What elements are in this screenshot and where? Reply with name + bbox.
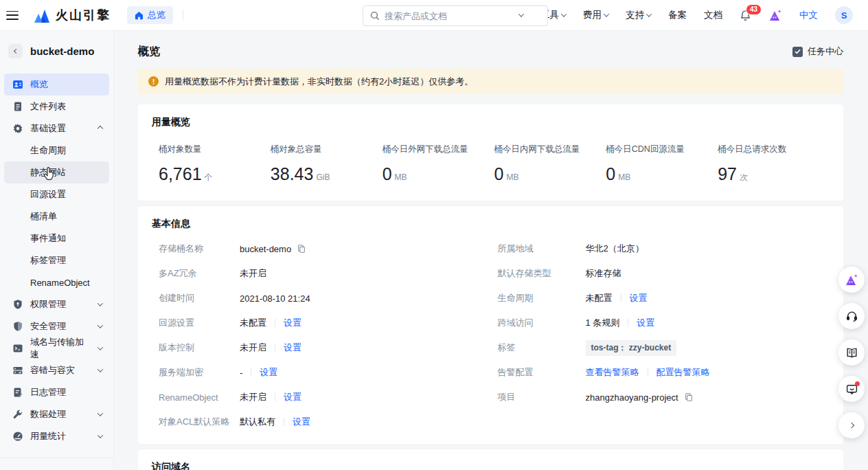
sidebar-item-inventory[interactable]: 桶清单 [4,205,109,227]
settings-link[interactable]: 设置 [284,342,301,354]
topbar-divider [183,10,183,21]
settings-link[interactable]: 设置 [293,416,310,428]
sidebar-menu: 概览 文件列表 基础设置 生命周期 静态网站 [0,68,113,447]
home-icon [135,11,144,20]
nav-docs[interactable]: 文档 [704,9,722,21]
sidebar-item-label: 桶清单 [30,210,57,223]
chevron-up-icon [98,126,103,131]
info-row-versioning: 版本控制 未开启 设置 [152,335,491,360]
info-value: 未开启 [240,267,266,280]
copy-icon[interactable] [684,392,694,402]
sidebar-item-permission[interactable]: 权限管理 [4,293,109,315]
sidebar-item-event-notification[interactable]: 事件通知 [4,227,109,249]
sidebar-item-label: 回源设置 [30,188,66,201]
settings-link[interactable]: 设置 [630,292,648,304]
task-center-label: 任务中心 [808,45,843,58]
copy-icon[interactable] [297,244,306,254]
stat-unit: MB [506,172,518,182]
search-icon [370,11,380,21]
sidebar-item-basic-settings[interactable]: 基础设置 [4,118,109,139]
support-fab[interactable] [838,303,865,329]
info-label: 服务端加密 [159,366,240,379]
language-switcher[interactable]: 中文 [799,9,818,21]
info-row-acl-policy: 对象ACL默认策略 默认私有 设置 [152,410,491,434]
nav-billing[interactable]: 费用 [583,9,608,21]
settings-link[interactable]: 设置 [260,366,277,379]
info-value: 未开启 [240,391,266,403]
chevron-down-icon [646,11,652,16]
info-label: 默认存储类型 [498,267,586,280]
sidebar-item-label: 标签管理 [30,254,66,267]
info-row-project: 项目 zhangzhaoyang-project [491,385,830,410]
sidebar-item-overview[interactable]: 概览 [4,74,109,96]
gear-icon [12,123,23,134]
view-alarm-policy-link[interactable]: 查看告警策略 [586,366,639,379]
collapse-panel-fab[interactable] [838,412,865,438]
wrench-icon [12,409,23,420]
sidebar-item-static-website[interactable]: 静态网站 [4,161,109,183]
sidebar-item-rename-object[interactable]: RenameObject [4,271,109,293]
sidebar-item-lifecycle[interactable]: 生命周期 [4,139,109,161]
sidebar-item-label: 静态网站 [30,166,66,179]
stat-unit: 个 [205,172,213,182]
feedback-fab[interactable] [838,376,865,402]
task-center-button[interactable]: 任务中心 [792,45,843,58]
basic-card-title: 基本信息 [152,218,830,230]
sidebar-item-mirror-back[interactable]: 回源设置 [4,183,109,205]
settings-link[interactable]: 设置 [284,317,301,329]
value-divider [621,294,621,302]
search-input[interactable] [385,11,540,21]
sidebar-item-label: 权限管理 [30,298,66,311]
notifications-button[interactable]: 43 [740,10,751,21]
info-row-storage-class: 默认存储类型 标准存储 [491,261,830,286]
chevron-down-icon [98,322,103,328]
info-value: 华北2（北京） [586,243,644,255]
page-title: 概览 [138,45,160,59]
sidebar-item-label: 事件通知 [30,232,66,245]
sidebar-item-label: 概览 [30,78,48,91]
settings-link[interactable]: 设置 [284,391,301,403]
info-value: 未开启 [240,342,266,354]
info-label: 创建时间 [159,292,240,304]
info-label: 存储桶名称 [159,243,240,255]
sidebar-item-domain-acceleration[interactable]: 域名与传输加速 [4,337,109,359]
info-label: 所属地域 [498,243,586,255]
stat-value: 6,761 [159,164,202,183]
sidebar-item-tag-management[interactable]: 标签管理 [4,249,109,271]
stat-request-count: 桶今日总请求次数 97次 [718,144,830,184]
avatar[interactable]: S [835,6,853,24]
info-label: 生命周期 [498,292,586,304]
chevron-down-icon [98,366,103,372]
info-row-alarm: 告警配置 查看告警策略 配置告警策略 [491,360,830,385]
gauge-icon [12,431,23,442]
info-label: 多AZ冗余 [159,267,240,280]
chevron-down-icon [98,410,103,416]
docs-fab[interactable] [838,339,865,366]
volcengine-logo[interactable]: 火山引擎 [33,7,111,23]
info-label: 版本控制 [159,342,240,354]
sidebar-item-label: 基础设置 [30,122,66,135]
info-row-multi-az: 多AZ冗余 未开启 [152,261,491,286]
sidebar-item-security[interactable]: 安全管理 [4,315,109,337]
nav-icp[interactable]: 备案 [668,9,687,21]
book-icon [845,346,858,359]
console-overview-button[interactable]: 总览 [127,6,173,24]
info-row-encryption: 服务端加密 - 设置 [152,360,491,385]
ai-assistant-fab[interactable] [838,267,865,293]
shield-icon [12,321,23,332]
sidebar-item-usage-statistics[interactable]: 用量统计 [4,425,109,447]
log-icon [12,387,23,398]
sidebar-item-fault-tolerance[interactable]: 容错与容灾 [4,359,109,381]
info-label: 告警配置 [498,366,586,379]
stat-cdn-traffic: 桶今日CDN回源流量 0MB [606,144,718,184]
sidebar-item-file-list[interactable]: 文件列表 [4,96,109,118]
back-button[interactable] [8,44,23,58]
menu-hamburger-icon[interactable] [6,11,19,20]
configure-alarm-policy-link[interactable]: 配置告警策略 [656,366,710,379]
settings-link[interactable]: 设置 [637,317,654,329]
ai-assistant-button[interactable] [768,9,782,22]
sidebar-item-data-processing[interactable]: 数据处理 [4,403,109,425]
stat-external-download: 桶今日外网下载总流量 0MB [382,144,494,184]
sidebar-item-log-management[interactable]: 日志管理 [4,381,109,403]
nav-support[interactable]: 支持 [626,9,651,21]
